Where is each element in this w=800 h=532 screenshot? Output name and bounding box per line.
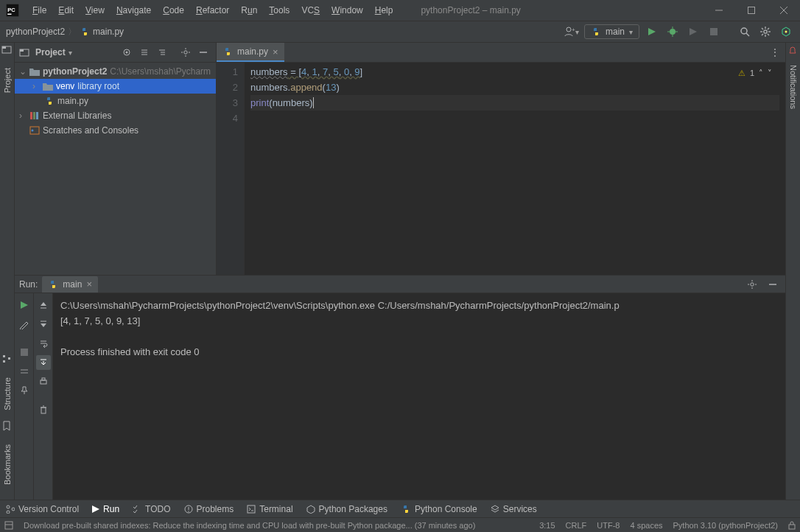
python-interpreter[interactable]: Python 3.10 (pythonProject2): [673, 521, 778, 530]
notifications-stripe-tab[interactable]: Notifications: [787, 59, 799, 115]
maximize-button[interactable]: [735, 0, 768, 21]
code-token: print: [250, 97, 269, 108]
chevron-down-icon[interactable]: ▾: [69, 49, 72, 57]
stop-button[interactable]: [17, 345, 32, 360]
python-console-tab[interactable]: Python Console: [401, 504, 477, 514]
scroll-to-end-button[interactable]: [36, 355, 51, 370]
hide-run-panel-icon[interactable]: [765, 276, 781, 293]
chevron-down-icon: ⌄: [19, 66, 27, 77]
menu-code[interactable]: Code: [157, 2, 190, 18]
svg-marker-9: [648, 28, 656, 35]
menu-window[interactable]: Window: [326, 2, 369, 18]
line-separator[interactable]: CRLF: [566, 521, 587, 530]
breadcrumb-project[interactable]: pythonProject2: [6, 27, 65, 37]
settings-button[interactable]: [757, 24, 773, 40]
bookmarks-stripe-tab[interactable]: Bookmarks: [1, 438, 13, 491]
minimize-button[interactable]: [703, 0, 735, 21]
todo-tab[interactable]: TODO: [133, 504, 170, 514]
tree-external-libraries[interactable]: › External Libraries: [15, 108, 216, 123]
structure-stripe-tab[interactable]: Structure: [1, 371, 13, 416]
run-tab[interactable]: Run: [92, 504, 119, 514]
editor-tab-main[interactable]: main.py ×: [217, 43, 284, 62]
print-button[interactable]: [36, 374, 51, 389]
structure-stripe-icon[interactable]: [1, 354, 13, 365]
clear-all-button[interactable]: [36, 402, 51, 417]
menu-view[interactable]: View: [80, 2, 110, 18]
editor-more-icon[interactable]: ⋮: [765, 47, 785, 57]
svg-rect-33: [8, 357, 10, 360]
project-panel-title[interactable]: Project: [35, 47, 66, 57]
menu-file[interactable]: File: [27, 2, 52, 18]
search-everywhere-button[interactable]: [737, 24, 753, 40]
tree-scratches-label: Scratches and Consoles: [43, 125, 138, 136]
dump-threads-button[interactable]: [17, 364, 32, 379]
expand-all-icon[interactable]: [136, 44, 152, 60]
tree-venv-folder[interactable]: › venv library root: [15, 79, 216, 94]
scroll-up-button[interactable]: [36, 298, 51, 312]
notifications-icon[interactable]: [787, 46, 799, 57]
collapse-all-icon[interactable]: [154, 44, 170, 60]
menu-vcs[interactable]: VCS: [295, 2, 326, 18]
add-user-icon[interactable]: +▾: [564, 24, 580, 40]
code-area[interactable]: numbers = [4, 1, 7, 5, 0, 9] numbers.app…: [245, 63, 785, 275]
tree-file-main[interactable]: main.py: [15, 94, 216, 108]
svg-rect-2: [7, 14, 11, 15]
menu-run[interactable]: Run: [235, 2, 263, 18]
project-tree[interactable]: ⌄ pythonProject2 C:\Users\mshah\Pycharm …: [15, 63, 216, 275]
menu-navigate[interactable]: Navigate: [110, 2, 157, 18]
console-output[interactable]: C:\Users\mshah\PycharmProjects\pythonPro…: [53, 293, 785, 500]
menu-tools[interactable]: Tools: [263, 2, 295, 18]
status-icon[interactable]: [4, 521, 13, 530]
inspection-widget[interactable]: ⚠ 1 ˄ ˅: [738, 66, 772, 81]
project-tool-window: Project ▾ ⌄ pythonProjec: [15, 43, 217, 275]
editor-body[interactable]: 1 2 3 4 numbers = [4, 1, 7, 5, 0, 9] num…: [217, 63, 785, 275]
select-opened-file-icon[interactable]: [119, 44, 135, 60]
pin-tab-button[interactable]: [17, 383, 32, 398]
run-button[interactable]: [644, 24, 660, 40]
version-control-tab[interactable]: Version Control: [6, 504, 79, 514]
scroll-down-button[interactable]: [36, 317, 51, 332]
chevron-right-icon: 〉: [68, 26, 77, 38]
menu-edit[interactable]: Edit: [52, 2, 80, 18]
pycharm-icon: PC: [3, 1, 22, 20]
file-encoding[interactable]: UTF-8: [597, 521, 620, 530]
python-packages-tab[interactable]: Python Packages: [306, 504, 387, 514]
svg-point-19: [764, 30, 767, 33]
debug-button[interactable]: [664, 24, 681, 40]
modify-run-config-button[interactable]: [17, 317, 32, 332]
bookmarks-stripe-icon[interactable]: [1, 421, 13, 433]
run-panel-options-icon[interactable]: [744, 276, 760, 293]
panel-options-icon[interactable]: [178, 44, 194, 60]
python-file-icon: [222, 46, 233, 57]
status-message[interactable]: Download pre-built shared indexes: Reduc…: [24, 521, 529, 530]
code-with-me-icon[interactable]: [778, 24, 794, 40]
menu-help[interactable]: Help: [369, 2, 399, 18]
python-icon: [591, 27, 601, 37]
stop-button[interactable]: [706, 24, 722, 40]
tree-scratches[interactable]: Scratches and Consoles: [15, 123, 216, 138]
problems-tab[interactable]: Problems: [184, 504, 234, 514]
menu-refactor[interactable]: Refactor: [190, 2, 235, 18]
run-configuration-selector[interactable]: main ▾: [584, 24, 639, 39]
run-tab[interactable]: main ×: [42, 276, 98, 293]
lock-icon[interactable]: [788, 521, 796, 530]
prev-highlight-icon[interactable]: ˄: [759, 66, 763, 81]
close-button[interactable]: [768, 0, 800, 21]
close-tab-icon[interactable]: ×: [273, 46, 278, 57]
error-icon: [184, 505, 193, 514]
soft-wrap-button[interactable]: [36, 336, 51, 351]
rerun-button[interactable]: [17, 298, 32, 312]
project-stripe-icon[interactable]: [1, 44, 13, 56]
tree-project-root[interactable]: ⌄ pythonProject2 C:\Users\mshah\Pycharm: [15, 64, 216, 79]
services-tab[interactable]: Services: [491, 504, 537, 514]
next-highlight-icon[interactable]: ˅: [768, 66, 772, 81]
close-tab-icon[interactable]: ×: [86, 279, 92, 290]
project-stripe-tab[interactable]: Project: [1, 62, 13, 99]
terminal-tab[interactable]: Terminal: [247, 504, 292, 514]
run-with-coverage-button[interactable]: [685, 24, 701, 40]
breadcrumb-file[interactable]: main.py: [93, 27, 124, 37]
hide-panel-icon[interactable]: [195, 44, 211, 60]
caret-position[interactable]: 3:15: [539, 521, 555, 530]
indent-config[interactable]: 4 spaces: [630, 521, 662, 530]
run-tab-label: main: [63, 279, 82, 290]
